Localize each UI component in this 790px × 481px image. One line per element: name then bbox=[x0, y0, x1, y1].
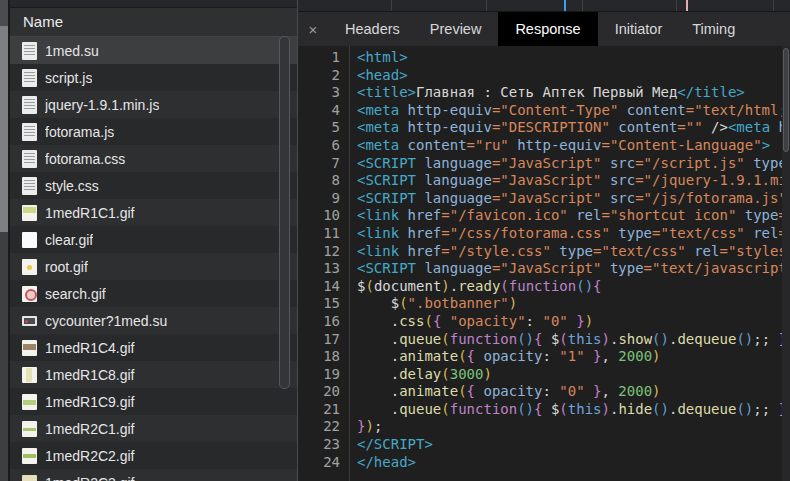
code-text: <SCRIPT language="JavaScript" src="/jque… bbox=[357, 172, 782, 190]
file-list-item[interactable]: search.gif bbox=[10, 280, 297, 307]
code-line: 13<SCRIPT language="JavaScript" type="te… bbox=[298, 260, 782, 278]
code-line: 10<link href="/favicon.ico" rel="shortcu… bbox=[298, 207, 782, 225]
network-overview-strip[interactable] bbox=[298, 0, 790, 12]
code-scrollbar[interactable] bbox=[782, 46, 790, 481]
code-line: 24</head> bbox=[298, 454, 782, 472]
img-counter-icon bbox=[22, 316, 37, 326]
page-scrollbar[interactable] bbox=[0, 0, 10, 481]
file-name: 1med.su bbox=[45, 43, 99, 59]
line-number: 16 bbox=[298, 313, 349, 331]
line-number: 7 bbox=[298, 155, 349, 173]
file-name: 1medR2C2.gif bbox=[45, 448, 135, 464]
file-list-item[interactable]: 1medR2C3.gif bbox=[10, 469, 297, 481]
line-number: 1 bbox=[298, 49, 349, 67]
file-name: fotorama.css bbox=[45, 151, 125, 167]
code-line: 20 .animate({ opacity: "0" }, 2000) bbox=[298, 383, 782, 401]
code-text: <SCRIPT language="JavaScript" src="/scri… bbox=[357, 155, 782, 173]
code-text: </SCRIPT> bbox=[357, 436, 782, 454]
code-line: 1<html> bbox=[298, 49, 782, 67]
response-code-viewer[interactable]: 1<html>2<head>3<title>Главная : Сеть Апт… bbox=[298, 46, 782, 481]
code-text: }); bbox=[357, 418, 782, 436]
code-line: 14$(document).ready(function(){ bbox=[298, 278, 782, 296]
name-column-header[interactable]: Name bbox=[10, 8, 297, 37]
img-dot-icon bbox=[22, 259, 37, 275]
line-number: 21 bbox=[298, 401, 349, 419]
code-text: <SCRIPT language="JavaScript" type="text… bbox=[357, 260, 782, 278]
line-number: 23 bbox=[298, 436, 349, 454]
file-list-item[interactable]: script.js bbox=[10, 64, 297, 91]
code-text: .animate({ opacity: "0" }, 2000) bbox=[357, 383, 782, 401]
file-list-item[interactable]: style.css bbox=[10, 172, 297, 199]
file-list-item[interactable]: 1medR2C2.gif bbox=[10, 442, 297, 469]
file-list-item[interactable]: jquery-1.9.1.min.js bbox=[10, 91, 297, 118]
code-line: 7<SCRIPT language="JavaScript" src="/scr… bbox=[298, 155, 782, 173]
file-list-item[interactable]: 1medR1C1.gif bbox=[10, 199, 297, 226]
code-scrollbar-thumb[interactable] bbox=[783, 48, 789, 152]
code-text: <meta content="ru" http-equiv="Content-L… bbox=[357, 137, 782, 155]
code-text: <meta http-equiv="DESCRIPTION" content="… bbox=[357, 119, 782, 137]
overview-tick bbox=[686, 0, 688, 11]
code-text: <link href="/favicon.ico" rel="shortcut … bbox=[357, 207, 782, 225]
file-name: 1medR1C1.gif bbox=[45, 205, 135, 221]
line-number: 11 bbox=[298, 225, 349, 243]
line-number: 2 bbox=[298, 67, 349, 85]
file-list-scrollbar-thumb[interactable] bbox=[279, 36, 290, 389]
code-line: 21 .queue(function(){ $(this).hide().deq… bbox=[298, 401, 782, 419]
file-name: 1medR1C9.gif bbox=[45, 394, 135, 410]
code-line: 4<meta http-equiv="Content-Type" content… bbox=[298, 102, 782, 120]
code-line: 6<meta content="ru" http-equiv="Content-… bbox=[298, 137, 782, 155]
doc-icon bbox=[22, 42, 37, 60]
code-text: .delay(3000) bbox=[357, 366, 782, 384]
line-number: 3 bbox=[298, 84, 349, 102]
code-text: <meta http-equiv="Content-Type" content=… bbox=[357, 102, 782, 120]
file-list-item[interactable]: 1med.su bbox=[10, 37, 297, 64]
code-line: 19 .delay(3000) bbox=[298, 366, 782, 384]
tab-response[interactable]: Response bbox=[498, 12, 597, 46]
code-line: 11<link href="/css/fotorama.css" type="t… bbox=[298, 225, 782, 243]
code-text: <title>Главная : Сеть Аптек Первый Мед</… bbox=[357, 84, 782, 102]
line-number: 24 bbox=[298, 454, 349, 472]
code-text: $(".botbanner") bbox=[357, 295, 782, 313]
tab-timing[interactable]: Timing bbox=[679, 12, 748, 46]
code-line: 18 .animate({ opacity: "1" }, 2000) bbox=[298, 348, 782, 366]
detail-tab-bar: × HeadersPreviewResponseInitiatorTiming bbox=[298, 12, 790, 46]
code-line: 15 $(".botbanner") bbox=[298, 295, 782, 313]
overview-separator bbox=[676, 0, 677, 11]
doc-icon bbox=[22, 150, 37, 168]
file-list-item[interactable]: clear.gif bbox=[10, 226, 297, 253]
doc-icon bbox=[22, 177, 37, 195]
file-name: 1medR2C3.gif bbox=[45, 475, 135, 481]
file-list-item[interactable]: 1medR1C9.gif bbox=[10, 388, 297, 415]
code-line: 16 .css({ "opacity": "0" }) bbox=[298, 313, 782, 331]
code-text: .animate({ opacity: "1" }, 2000) bbox=[357, 348, 782, 366]
file-list-scrollbar[interactable] bbox=[279, 36, 290, 389]
img-brown-icon bbox=[22, 340, 37, 356]
file-list-item[interactable]: 1medR1C8.gif bbox=[10, 361, 297, 388]
page-scrollbar-thumb[interactable] bbox=[0, 26, 8, 232]
line-number: 14 bbox=[298, 278, 349, 296]
close-icon[interactable]: × bbox=[298, 12, 328, 46]
file-list-item[interactable]: 1medR2C1.gif bbox=[10, 415, 297, 442]
doc-icon bbox=[22, 69, 37, 87]
tab-preview[interactable]: Preview bbox=[417, 12, 495, 46]
page-scrollbar-track[interactable] bbox=[0, 0, 8, 26]
tab-initiator[interactable]: Initiator bbox=[602, 12, 676, 46]
img-line-icon bbox=[22, 421, 37, 437]
code-text: .queue(function(){ $(this).show().dequeu… bbox=[357, 331, 782, 349]
file-list-item[interactable]: fotorama.js bbox=[10, 118, 297, 145]
line-number: 18 bbox=[298, 348, 349, 366]
tab-headers[interactable]: Headers bbox=[332, 12, 413, 46]
code-line: 9<SCRIPT language="JavaScript" src="/js/… bbox=[298, 190, 782, 208]
file-list-item[interactable]: fotorama.css bbox=[10, 145, 297, 172]
img-green-icon bbox=[22, 205, 37, 221]
file-list-item[interactable]: 1medR1C4.gif bbox=[10, 334, 297, 361]
line-number: 22 bbox=[298, 418, 349, 436]
file-list-item[interactable]: root.gif bbox=[10, 253, 297, 280]
file-list-item[interactable]: cycounter?1med.su bbox=[10, 307, 297, 334]
line-number: 20 bbox=[298, 383, 349, 401]
code-text: <head> bbox=[357, 67, 782, 85]
line-number: 9 bbox=[298, 190, 349, 208]
code-text: <link href="/style.css" type="text/css" … bbox=[357, 243, 782, 261]
code-line: 3<title>Главная : Сеть Аптек Первый Мед<… bbox=[298, 84, 782, 102]
img-tall-icon bbox=[22, 367, 37, 383]
